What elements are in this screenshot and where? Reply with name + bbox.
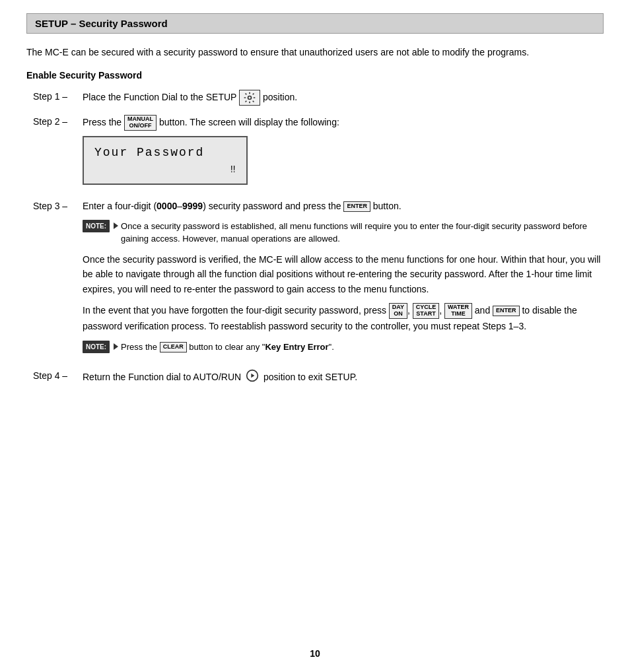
water-time-button: WATERTIME [444, 303, 472, 319]
intro-paragraph: The MC-E can be secured with a security … [26, 46, 604, 59]
note-1-badge: NOTE: [83, 220, 110, 232]
body-paragraph-2: In the event that you have forgotten the… [83, 303, 604, 334]
day-on-button: DAYON [389, 303, 407, 319]
step-2-text: Press the [83, 117, 122, 127]
step-4-suffix: position to exit SETUP. [263, 372, 357, 382]
svg-marker-2 [251, 374, 254, 378]
page-header: SETUP – Security Password [26, 13, 604, 34]
page-number: 10 [0, 648, 630, 659]
step-1-text: Place the Function Dial to the SETUP [83, 92, 236, 102]
cycle-start-button: CYCLESTART [413, 303, 440, 319]
step-2: Step 2 – Press the MANUALON/OFF button. … [33, 115, 604, 190]
step-3-label: Step 3 – [33, 199, 83, 360]
lcd-cursor: ‼ [94, 163, 236, 177]
autorun-icon [246, 369, 259, 386]
autorun-icon-svg [246, 369, 259, 382]
range-start: 0000 [157, 201, 177, 211]
note-1-text: Once a security password is established,… [121, 220, 604, 246]
step-4: Step 4 – Return the Function dial to AUT… [33, 369, 604, 386]
note-2-text: Press the CLEAR button to clear any "Key… [121, 341, 334, 354]
note-1-block: NOTE: Once a security password is establ… [83, 220, 604, 246]
lcd-display: Your Password ‼ [83, 136, 248, 185]
step-4-label: Step 4 – [33, 369, 83, 386]
step-1: Step 1 – Place the Function Dial to the … [33, 90, 604, 106]
page-title: SETUP – Security Password [35, 18, 168, 29]
step-1-suffix: position. [263, 92, 297, 102]
range-end: 9999 [182, 201, 203, 211]
step-2-content: Press the MANUALON/OFF button. The scree… [83, 115, 604, 190]
step-1-label: Step 1 – [33, 90, 83, 106]
step-2-suffix: button. The screen will display the foll… [159, 117, 339, 127]
body-paragraph-1: Once the security password is verified, … [83, 252, 604, 296]
clear-button: CLEAR [160, 342, 187, 353]
key-entry-error-text: Key Entry Error [265, 342, 328, 352]
section-title: Enable Security Password [26, 70, 604, 81]
step-2-label: Step 2 – [33, 115, 83, 190]
steps-container: Step 1 – Place the Function Dial to the … [33, 90, 604, 386]
step-1-content: Place the Function Dial to the SETUP pos… [83, 90, 604, 106]
note-2-badge: NOTE: [83, 341, 110, 353]
manual-on-off-button: MANUALON/OFF [124, 115, 157, 131]
para2-text-before: In the event that you have forgotten the… [83, 305, 386, 316]
setup-icon-svg [243, 91, 256, 104]
step-3-content: Enter a four-digit (0000–9999) security … [83, 199, 604, 360]
para2-and: and [475, 305, 490, 316]
step-3-text: Enter a four-digit (0000–9999) security … [83, 201, 343, 211]
note-1-arrow [114, 222, 118, 229]
enter-button-para2: ENTER [493, 306, 520, 316]
lcd-line1: Your Password [94, 144, 236, 162]
page: SETUP – Security Password The MC-E can b… [0, 0, 630, 672]
step-4-content: Return the Function dial to AUTO/RUN pos… [83, 369, 604, 386]
step-3-suffix2: button. [373, 201, 402, 211]
step-4-text: Return the Function dial to AUTO/RUN [83, 372, 241, 382]
setup-dial-icon [239, 90, 260, 106]
step-3-notes: NOTE: Once a security password is establ… [83, 220, 604, 353]
note-2-block: NOTE: Press the CLEAR button to clear an… [83, 341, 604, 354]
note-2-arrow [114, 343, 118, 350]
step-3: Step 3 – Enter a four-digit (0000–9999) … [33, 199, 604, 360]
svg-point-0 [248, 96, 252, 100]
enter-button-step3: ENTER [343, 201, 370, 212]
